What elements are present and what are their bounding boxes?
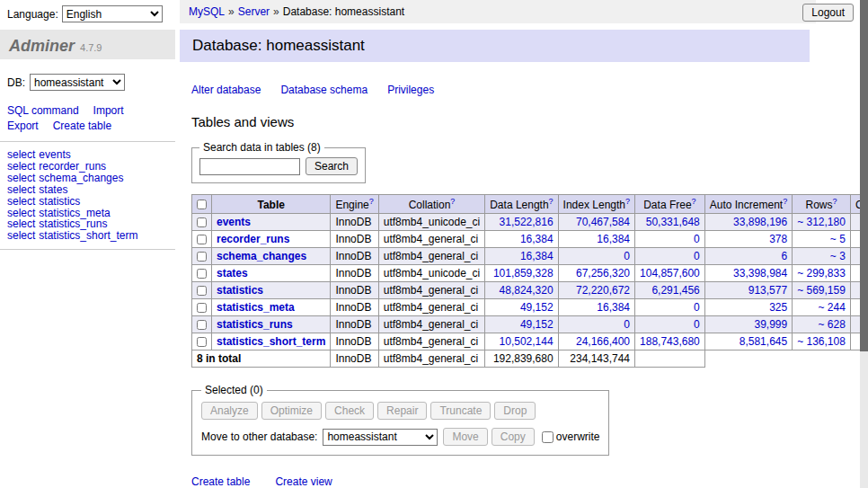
help-icon[interactable]: ?: [692, 197, 696, 206]
drop-button[interactable]: Drop: [494, 402, 536, 420]
table-name-link[interactable]: statistics: [217, 284, 263, 297]
breadcrumb-link-mysql[interactable]: MySQL: [189, 5, 225, 18]
create-view-link[interactable]: Create view: [275, 475, 332, 488]
data-length-link[interactable]: 10,502,144: [500, 335, 554, 348]
table-name-link[interactable]: events: [217, 216, 251, 228]
index-length-link[interactable]: 70,467,584: [576, 216, 630, 228]
table-link[interactable]: events: [39, 148, 70, 161]
data-free-link[interactable]: 188,743,680: [640, 335, 700, 348]
auto-increment-link[interactable]: 913,577: [748, 284, 787, 297]
row-checkbox[interactable]: [197, 337, 207, 347]
auto-increment-link[interactable]: 33,898,196: [733, 216, 787, 228]
table-name-link[interactable]: statistics_short_term: [217, 335, 325, 348]
rows-count-link[interactable]: ~ 628: [819, 318, 846, 331]
rows-count-link[interactable]: ~ 136,108: [797, 335, 846, 348]
create-table-nav-link[interactable]: Create table: [53, 120, 111, 132]
select-link[interactable]: select: [7, 183, 35, 196]
data-free-link[interactable]: 0: [694, 318, 700, 331]
check-all-checkbox[interactable]: [197, 200, 207, 209]
index-length-link[interactable]: 16,384: [597, 233, 630, 245]
auto-increment-link[interactable]: 325: [769, 301, 787, 314]
table-link[interactable]: statistics_meta: [39, 207, 110, 219]
data-length-link[interactable]: 16,384: [520, 233, 554, 245]
select-link[interactable]: select: [7, 160, 35, 173]
table-link[interactable]: statistics: [39, 195, 80, 208]
overwrite-checkbox[interactable]: [542, 431, 554, 443]
rows-count-link[interactable]: ~ 244: [819, 301, 846, 314]
table-link[interactable]: recorder_runs: [39, 160, 106, 173]
data-free-link[interactable]: 0: [694, 301, 700, 314]
data-free-link[interactable]: 6,291,456: [651, 284, 699, 297]
check-button[interactable]: Check: [325, 402, 374, 420]
import-link[interactable]: Import: [93, 104, 124, 117]
table-name-link[interactable]: recorder_runs: [217, 233, 289, 245]
table-link[interactable]: states: [39, 183, 67, 196]
index-length-link[interactable]: 67,256,320: [576, 267, 630, 279]
index-length-link[interactable]: 72,220,672: [576, 284, 630, 297]
select-link[interactable]: select: [7, 207, 35, 219]
scrollbar-thumb[interactable]: [860, 0, 868, 351]
help-icon[interactable]: ?: [450, 197, 455, 206]
search-button[interactable]: Search: [306, 157, 358, 175]
select-link[interactable]: select: [7, 217, 35, 230]
index-length-link[interactable]: 16,384: [597, 301, 630, 314]
data-length-link[interactable]: 49,152: [520, 318, 554, 331]
breadcrumb-link-server[interactable]: Server: [238, 5, 270, 18]
data-length-link[interactable]: 16,384: [520, 250, 554, 262]
help-icon[interactable]: ?: [783, 197, 787, 206]
help-icon[interactable]: ?: [549, 197, 554, 206]
table-link[interactable]: statistics_runs: [39, 217, 107, 230]
alter-database-link[interactable]: Alter database: [191, 84, 261, 96]
sql-command-link[interactable]: SQL command: [7, 104, 79, 117]
optimize-button[interactable]: Optimize: [261, 402, 322, 420]
row-checkbox[interactable]: [197, 286, 207, 296]
auto-increment-link[interactable]: 6: [781, 250, 787, 262]
search-input[interactable]: [199, 158, 300, 175]
row-checkbox[interactable]: [197, 269, 207, 279]
help-icon[interactable]: ?: [833, 197, 837, 206]
table-link[interactable]: schema_changes: [39, 172, 123, 184]
move-button[interactable]: Move: [443, 428, 487, 446]
repair-button[interactable]: Repair: [377, 402, 427, 420]
select-link[interactable]: select: [7, 148, 35, 161]
language-select[interactable]: English: [62, 5, 163, 22]
table-name-link[interactable]: states: [217, 267, 248, 279]
data-length-link[interactable]: 49,152: [520, 301, 554, 314]
rows-count-link[interactable]: ~ 312,180: [797, 216, 846, 228]
select-link[interactable]: select: [7, 229, 35, 242]
privileges-link[interactable]: Privileges: [387, 84, 434, 96]
select-link[interactable]: select: [7, 195, 35, 208]
rows-count-link[interactable]: ~ 569,159: [797, 284, 846, 297]
rows-count-link[interactable]: ~ 3: [830, 250, 846, 262]
move-db-select[interactable]: homeassistant: [323, 429, 438, 446]
copy-button[interactable]: Copy: [492, 428, 535, 446]
data-free-link[interactable]: 50,331,648: [646, 216, 700, 228]
auto-increment-link[interactable]: 8,581,645: [740, 335, 787, 348]
table-name-link[interactable]: statistics_meta: [217, 301, 295, 314]
truncate-button[interactable]: Truncate: [430, 402, 491, 420]
table-link[interactable]: statistics_short_term: [39, 229, 137, 242]
index-length-link[interactable]: 0: [624, 318, 630, 331]
row-checkbox[interactable]: [197, 320, 207, 330]
data-length-link[interactable]: 101,859,328: [493, 267, 554, 279]
rows-count-link[interactable]: ~ 299,833: [797, 267, 846, 279]
data-free-link[interactable]: 104,857,600: [640, 267, 700, 279]
table-name-link[interactable]: statistics_runs: [217, 318, 293, 331]
row-checkbox[interactable]: [197, 303, 207, 313]
row-checkbox[interactable]: [197, 217, 207, 227]
database-schema-link[interactable]: Database schema: [280, 84, 368, 96]
data-length-link[interactable]: 48,824,320: [500, 284, 554, 297]
help-icon[interactable]: ?: [369, 197, 374, 206]
data-free-link[interactable]: 0: [694, 250, 700, 262]
export-link[interactable]: Export: [7, 120, 39, 132]
auto-increment-link[interactable]: 378: [769, 233, 787, 245]
logout-button[interactable]: Logout: [802, 4, 854, 22]
rows-count-link[interactable]: ~ 5: [830, 233, 846, 245]
create-table-link[interactable]: Create table: [191, 475, 250, 488]
auto-increment-link[interactable]: 33,398,984: [733, 267, 787, 279]
data-free-link[interactable]: 0: [694, 233, 700, 245]
index-length-link[interactable]: 0: [624, 250, 630, 262]
data-length-link[interactable]: 31,522,816: [500, 216, 554, 228]
help-icon[interactable]: ?: [625, 197, 630, 206]
auto-increment-link[interactable]: 39,999: [754, 318, 787, 331]
